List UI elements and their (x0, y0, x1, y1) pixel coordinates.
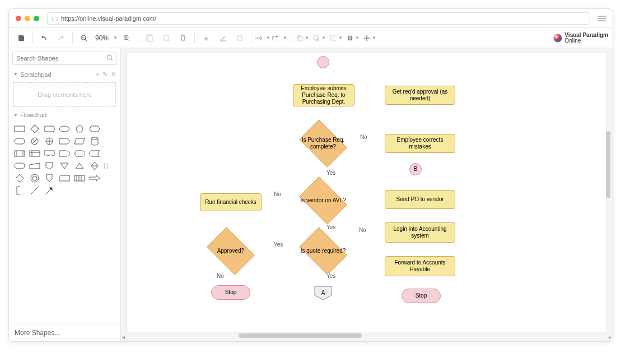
node-stop1[interactable]: Stop (211, 285, 250, 300)
paste-button[interactable] (158, 30, 174, 46)
zoom-caret-icon[interactable]: ▼ (113, 35, 118, 40)
shape-shield[interactable] (43, 173, 55, 183)
edit-icon[interactable]: ✎ (102, 71, 108, 78)
url-bar[interactable]: https://online.visual-paradigm.com/ (47, 12, 590, 25)
close-dot[interactable] (16, 16, 21, 21)
redo-button[interactable] (53, 30, 69, 46)
connector-b[interactable]: B (409, 163, 422, 175)
palette-pager-icon[interactable]: ┃┃ (103, 163, 116, 169)
zoom-level[interactable]: 90% (93, 34, 111, 42)
node-stop2[interactable]: Stop (402, 289, 441, 303)
search-icon[interactable] (106, 54, 113, 63)
diagram-canvas[interactable]: Employee submits Purchase Req. to Purcha… (127, 53, 607, 332)
shape-ellipse[interactable] (58, 124, 71, 134)
scratchpad-dropzone[interactable]: Drag elements here (13, 82, 116, 107)
loading-spinner-icon (52, 16, 58, 21)
node-approved[interactable]: Approved? (203, 231, 259, 271)
shape-rect[interactable] (13, 124, 26, 134)
shape-annotation[interactable] (13, 185, 26, 196)
node-quote[interactable]: Is quote required? (295, 231, 351, 271)
more-shapes[interactable]: More Shapes... (9, 324, 120, 341)
shape-merge[interactable] (58, 161, 71, 171)
shape-process[interactable] (13, 148, 26, 159)
insert-button[interactable]: ▼ (362, 30, 377, 46)
vertical-scrollbar[interactable] (606, 53, 612, 332)
shape-pill[interactable] (13, 136, 26, 146)
shape-manual-input[interactable] (29, 161, 41, 171)
node-corrects[interactable]: Employee corrects mistakes (385, 134, 455, 153)
shape-roundrect[interactable] (43, 124, 55, 134)
shape-circle[interactable] (73, 124, 86, 134)
search-shapes[interactable] (12, 52, 117, 65)
flowchart-header[interactable]: ▼ Flowchart (9, 109, 120, 120)
tofront-button[interactable]: ▼ (295, 30, 310, 46)
shadow-button[interactable] (232, 30, 248, 46)
shape-sort[interactable] (88, 161, 101, 171)
svg-rect-5 (220, 40, 226, 41)
minimize-dot[interactable] (25, 16, 30, 21)
add-icon[interactable]: + (96, 71, 99, 78)
shape-hexagon[interactable] (88, 124, 101, 134)
svg-point-24 (32, 176, 37, 180)
zoom-out-button[interactable] (76, 30, 92, 46)
shape-halfround[interactable] (58, 136, 71, 146)
shape-crosscircle[interactable] (29, 136, 41, 146)
shape-diamond[interactable] (29, 124, 41, 134)
waypoint-button[interactable]: ▼ (272, 30, 287, 46)
scratchpad-header[interactable]: ▼ Scratchpad + ✎ ✕ (9, 68, 120, 80)
shape-extract[interactable] (73, 161, 86, 171)
shape-display[interactable] (73, 148, 86, 159)
node-submit[interactable]: Employee submits Purchase Req. to Purcha… (293, 84, 354, 106)
close-icon[interactable]: ✕ (111, 71, 116, 78)
align-button[interactable]: ▼ (328, 30, 344, 46)
collapse-icon[interactable]: ▼ (13, 113, 18, 118)
shape-internal[interactable] (29, 148, 41, 159)
shape-terminator[interactable] (13, 161, 26, 171)
stroke-button[interactable] (215, 30, 231, 46)
shape-stored[interactable] (88, 148, 101, 159)
node-sendpo[interactable]: Send PO to vendor (385, 190, 455, 209)
node-login[interactable]: Login into Accounting system (385, 222, 455, 243)
label-no: No (217, 273, 224, 279)
shape-cylinder[interactable] (88, 136, 101, 146)
shape-arrow[interactable] (88, 173, 101, 183)
flowchart-label: Flowchart (20, 112, 47, 118)
delete-button[interactable] (175, 30, 191, 46)
start-node[interactable] (317, 56, 329, 68)
copy-button[interactable] (142, 30, 157, 46)
node-approval[interactable]: Get req'd approval (as needed) (385, 86, 455, 105)
titlebar: https://online.visual-paradigm.com/ (9, 9, 613, 28)
collapse-icon[interactable]: ▼ (13, 72, 18, 77)
shape-delay[interactable] (58, 148, 71, 159)
node-checks[interactable]: Run financial checks (200, 193, 262, 211)
shape-arrowline[interactable] (43, 185, 55, 196)
connector-button[interactable]: ▼ (255, 30, 270, 46)
distribute-button[interactable]: ▼ (345, 30, 361, 46)
shape-line[interactable] (29, 185, 41, 196)
shape-offpage-down[interactable] (43, 161, 55, 171)
shape-diamond-s[interactable] (13, 173, 26, 183)
undo-button[interactable] (36, 30, 52, 46)
node-complete[interactable]: Is Purchase Req. complete? (295, 124, 351, 163)
shape-pluscircle[interactable] (43, 136, 55, 146)
shape-ring[interactable] (29, 173, 41, 183)
connector-a[interactable]: A (314, 285, 333, 301)
horizontal-scrollbar[interactable] (127, 333, 607, 339)
save-button[interactable] (13, 30, 29, 46)
expand-right-icon[interactable]: ▸ (609, 334, 612, 340)
collapse-left-icon[interactable]: ◂ (122, 334, 125, 340)
search-input[interactable] (16, 55, 106, 62)
shape-card[interactable] (58, 173, 71, 183)
svg-rect-3 (148, 36, 152, 41)
shape-parallelogram[interactable] (73, 136, 86, 146)
node-avl[interactable]: Is vendor on AVL? (295, 181, 351, 220)
menu-icon[interactable] (598, 15, 606, 22)
zoom-in-button[interactable] (119, 30, 134, 46)
fill-button[interactable] (198, 30, 214, 46)
toback-button[interactable]: ▼ (311, 30, 327, 46)
node-forward[interactable]: Forward to Accounts Payable (385, 256, 455, 276)
shape-tape[interactable] (73, 173, 86, 183)
maximize-dot[interactable] (34, 16, 39, 21)
shape-document[interactable] (43, 148, 55, 159)
label-no: No (274, 191, 281, 197)
